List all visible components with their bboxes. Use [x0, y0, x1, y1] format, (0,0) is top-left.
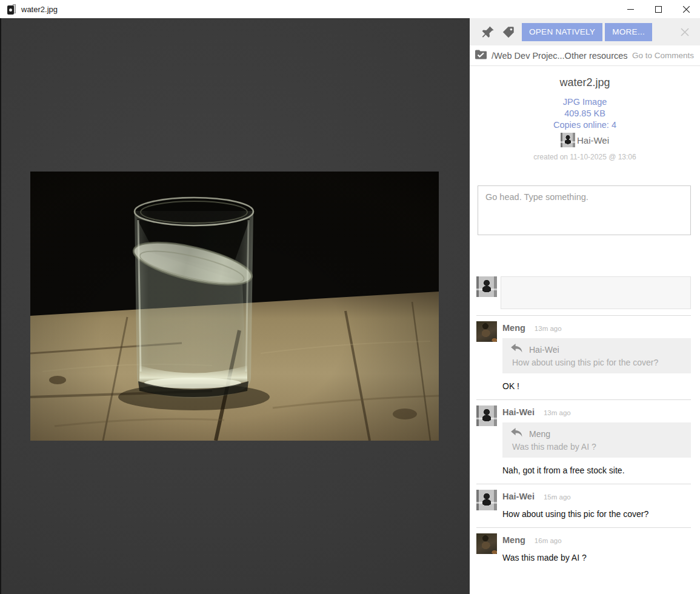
comment-body: How about using this pic for the cover? [502, 509, 691, 519]
quoted-author: Hai-Wei [529, 345, 559, 355]
tag-icon[interactable] [501, 25, 516, 39]
title-bar: water2.jpg [0, 0, 700, 18]
pin-icon[interactable] [481, 25, 495, 39]
folder-check-icon [475, 49, 487, 62]
comment-avatar [476, 490, 497, 510]
comment-avatar [476, 405, 497, 426]
quoted-reply: Hai-Wei How about using this pic for the… [502, 338, 691, 373]
minimize-button[interactable] [616, 0, 644, 18]
file-copies: Copies online: 4 [470, 119, 700, 131]
image-viewer [0, 18, 470, 594]
comment-item: Meng 13m ago Hai-Wei How about using thi… [476, 316, 691, 400]
comment-item: Hai-Wei 15m ago How about using this [476, 484, 691, 528]
comment-timestamp: 15m ago [544, 493, 571, 501]
owner-avatar [561, 133, 575, 147]
quick-reply-box[interactable] [501, 276, 691, 309]
comment-author[interactable]: Hai-Wei [502, 492, 535, 501]
comment-avatar [476, 321, 497, 342]
created-timestamp: created on 11-10-2025 @ 13:06 [470, 153, 700, 161]
file-size: 409.85 KB [470, 108, 700, 119]
comment-item: Hai-Wei 13m ago Meng Was this made by AI… [476, 400, 691, 484]
file-name: water2.jpg [470, 76, 700, 89]
owner-name: Hai-Wei [577, 135, 609, 145]
quoted-author: Meng [529, 429, 550, 439]
file-info: water2.jpg JPG Image 409.85 KB Copies on… [470, 66, 700, 161]
file-type: JPG Image [470, 96, 700, 108]
current-user-avatar [476, 276, 497, 297]
comment-avatar [476, 533, 497, 554]
comment-composer [470, 161, 700, 238]
close-window-button[interactable] [672, 0, 700, 18]
comment-body: Was this made by AI ? [502, 553, 691, 562]
maximize-button[interactable] [644, 0, 672, 18]
quoted-text: Was this made by AI ? [511, 442, 684, 452]
quick-reply-row [470, 238, 700, 309]
comment-item: Meng 16m ago Was this made by AI ? [476, 528, 691, 571]
close-panel-icon[interactable] [677, 24, 693, 40]
comment-timestamp: 13m ago [535, 325, 562, 332]
comment-timestamp: 16m ago [535, 537, 562, 544]
comment-author[interactable]: Hai-Wei [502, 407, 535, 417]
open-natively-button[interactable]: OPEN NATIVELY [522, 23, 602, 41]
app-icon [7, 4, 16, 15]
reply-arrow-icon [511, 428, 522, 439]
comment-author[interactable]: Meng [502, 535, 525, 545]
go-to-comments-link[interactable]: Go to Comments [632, 51, 694, 60]
comment-author[interactable]: Meng [502, 323, 525, 333]
window-title: water2.jpg [21, 5, 58, 14]
comment-input[interactable] [478, 185, 691, 235]
reply-arrow-icon [511, 344, 522, 355]
comment-body: OK ! [502, 381, 691, 391]
comments-list: Meng 13m ago Hai-Wei How about using thi… [470, 316, 700, 594]
comment-timestamp: 13m ago [544, 409, 571, 416]
comment-body: Nah, got it from a free stock site. [502, 466, 691, 475]
breadcrumb: /Web Dev Projec...Other resources Go to … [470, 45, 700, 66]
breadcrumb-path[interactable]: /Web Dev Projec...Other resources [492, 51, 628, 61]
panel-toolbar: OPEN NATIVELY MORE... [470, 18, 700, 45]
quoted-reply: Meng Was this made by AI ? [502, 422, 691, 458]
details-panel: OPEN NATIVELY MORE... /Web Dev Projec...… [470, 18, 700, 594]
more-button[interactable]: MORE... [605, 23, 652, 41]
photo-water-glass [30, 172, 439, 441]
quoted-text: How about using this pic for the cover? [511, 358, 684, 367]
